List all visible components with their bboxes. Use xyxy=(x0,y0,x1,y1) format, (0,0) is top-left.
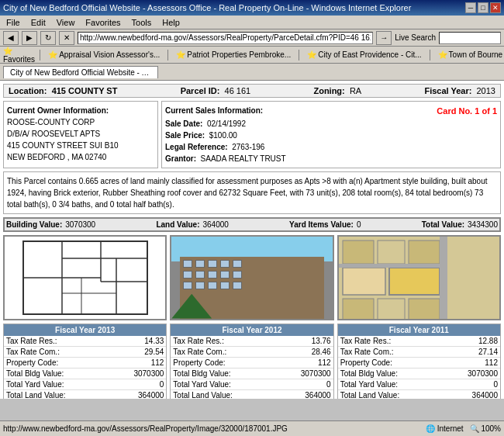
fiscal-table-2011: Fiscal Year 2011 Tax Rate Res.:12.88 Tax… xyxy=(337,324,501,400)
fav-appraisal[interactable]: ⭐ Appraisal Vision Assessor's... xyxy=(45,50,163,60)
table-row: Total Yard Value:0 xyxy=(4,379,166,389)
favorites-label: ⭐ Favorites xyxy=(3,47,35,64)
fiscal-2012-table: Tax Rate Res.:13.76 Tax Rate Com.:28.46 … xyxy=(171,336,333,400)
owner-address2: NEW BEDFORD , MA 02740 xyxy=(7,151,154,163)
map-image[interactable] xyxy=(337,235,501,320)
fiscal-2011-header: Fiscal Year 2011 xyxy=(338,324,500,336)
info-grid: Current Owner Information: ROOSE-COUNTY … xyxy=(3,101,501,168)
maximize-button[interactable]: □ xyxy=(478,2,488,13)
table-row: Tax Rate Com.:29.54 xyxy=(4,346,166,357)
table-row: Property Code:112 xyxy=(171,357,333,368)
land-value: Land Value: 364000 xyxy=(156,220,229,229)
status-bar: http://www.newbedford-ma.gov/Assessors/R… xyxy=(0,420,504,436)
stop-button[interactable]: ✕ xyxy=(59,31,74,45)
search-input[interactable] xyxy=(439,32,501,44)
tab-bar: City of New Bedford Official Website - A… xyxy=(0,64,504,81)
sales-box: Current Sales Information: Card No. 1 of… xyxy=(161,101,501,168)
status-right: 🌐 Internet 🔍 100% xyxy=(426,424,501,433)
fiscal-2011-table: Tax Rate Res.:12.88 Tax Rate Com.:27.14 … xyxy=(338,336,500,400)
menu-tools[interactable]: Tools xyxy=(127,17,157,28)
fiscal-table-2012: Fiscal Year 2012 Tax Rate Res.:13.76 Tax… xyxy=(170,324,333,400)
owner-box: Current Owner Information: ROOSE-COUNTY … xyxy=(3,101,158,168)
tab-main[interactable]: City of New Bedford Official Website - A… xyxy=(3,66,158,78)
menu-view[interactable]: View xyxy=(52,17,80,28)
table-row: Tax Rate Com.:28.46 xyxy=(171,346,333,357)
table-row: Tax Rate Com.:27.14 xyxy=(338,346,500,357)
building-photo[interactable] xyxy=(170,235,333,320)
owner-name: ROOSE-COUNTY CORP xyxy=(7,116,154,128)
zoom-level: 🔍 100% xyxy=(470,424,501,433)
table-row: Property Code:112 xyxy=(4,357,166,368)
fav-patriot[interactable]: ⭐ Patriot Properties Pembroke... xyxy=(173,50,294,60)
menu-favorites[interactable]: Favorites xyxy=(81,17,125,28)
fiscal-tables: Fiscal Year 2013 Tax Rate Res.:14.33 Tax… xyxy=(3,324,501,400)
owner-address1: 415 COUNTY STREET SUI B10 xyxy=(7,140,154,151)
table-row: Total Yard Value:0 xyxy=(171,379,333,389)
location-bar: Location: 415 COUNTY ST Parcel ID: 46 16… xyxy=(3,84,501,98)
fav-eastprovidence[interactable]: ⭐ City of East Providence - Cit... xyxy=(304,50,424,60)
title-bar: City of New Bedford Official Website - A… xyxy=(0,0,504,16)
owner-title: Current Owner Information: xyxy=(7,105,154,116)
table-row: Total Bldg Value:3070300 xyxy=(171,368,333,379)
map-svg xyxy=(339,237,499,319)
address-bar: ◀ ▶ ↻ ✕ → Live Search xyxy=(0,29,504,47)
fiscal-2013-header: Fiscal Year 2013 xyxy=(4,324,166,336)
table-row: Tax Rate Res.:12.88 xyxy=(338,336,500,347)
minimize-button[interactable]: ─ xyxy=(465,2,476,13)
fav-bourne[interactable]: ⭐ Town of Bourne Assessor's... xyxy=(435,50,504,60)
status-url: http://www.newbedford-ma.gov/Assessors/R… xyxy=(3,424,288,433)
owner-dba: D/B/A/ ROOSEVELT APTS xyxy=(7,128,154,140)
grantor: Grantor: SAADA REALTY TRUST xyxy=(165,153,497,164)
favorites-bar: ⭐ Favorites ⭐ Appraisal Vision Assessor'… xyxy=(0,47,504,64)
table-row: Total Yard Value:0 xyxy=(338,379,500,389)
sale-price: Sale Price: $100.00 xyxy=(165,130,497,141)
svg-rect-17 xyxy=(389,268,440,295)
window-controls: ─ □ ✕ xyxy=(465,2,501,13)
card-number: Card No. 1 of 1 xyxy=(437,105,497,118)
total-value: Total Value: 3434300 xyxy=(422,220,498,229)
window-title: City of New Bedford Official Website - A… xyxy=(3,3,411,12)
svg-rect-11 xyxy=(409,240,440,264)
svg-rect-18 xyxy=(339,264,447,268)
menu-bar: File Edit View Favorites Tools Help xyxy=(0,16,504,29)
address-input[interactable] xyxy=(78,32,373,44)
floor-plan-svg xyxy=(16,235,155,320)
menu-help[interactable]: Help xyxy=(157,17,185,28)
refresh-button[interactable]: ↻ xyxy=(40,31,56,45)
table-row: Total Bldg Value:3070300 xyxy=(4,368,166,379)
sales-title: Current Sales Information: xyxy=(165,105,263,118)
svg-rect-9 xyxy=(343,240,374,264)
svg-rect-15 xyxy=(378,299,405,319)
fiscal-table-2013: Fiscal Year 2013 Tax Rate Res.:14.33 Tax… xyxy=(3,324,167,400)
table-row: Total Land Value:364000 xyxy=(171,389,333,399)
fiscal-2013-table: Tax Rate Res.:14.33 Tax Rate Com.:29.54 … xyxy=(4,336,166,400)
floor-plan-image[interactable] xyxy=(3,235,167,320)
table-row: Tax Rate Res.:14.33 xyxy=(4,336,166,347)
building-value: Building Value: 3070300 xyxy=(6,220,95,229)
svg-rect-16 xyxy=(409,299,440,319)
menu-file[interactable]: File xyxy=(2,17,25,28)
security-zone: 🌐 Internet xyxy=(426,424,464,433)
search-label: Live Search xyxy=(395,33,436,42)
table-row: Total Land Value:364000 xyxy=(4,389,166,399)
zoning-info: Zoning: RA xyxy=(313,86,361,95)
close-button[interactable]: ✕ xyxy=(490,2,501,13)
fiscal-info: Fiscal Year: 2013 xyxy=(424,86,495,95)
table-row: Total Bldg Value:3070300 xyxy=(338,368,500,379)
table-row: Property Code:112 xyxy=(338,357,500,368)
back-button[interactable]: ◀ xyxy=(3,31,19,45)
value-bar: Building Value: 3070300 Land Value: 3640… xyxy=(3,217,501,232)
images-row xyxy=(3,235,501,320)
legal-ref: Legal Reference: 2763-196 xyxy=(165,141,497,153)
location-label: Location: 415 COUNTY ST xyxy=(9,86,117,95)
go-button[interactable]: → xyxy=(376,31,392,45)
svg-rect-14 xyxy=(343,299,374,319)
fiscal-2012-header: Fiscal Year 2012 xyxy=(171,324,333,336)
menu-edit[interactable]: Edit xyxy=(26,17,50,28)
yard-value: Yard Items Value: 0 xyxy=(289,220,361,229)
svg-rect-10 xyxy=(378,240,405,264)
description-box: This Parcel contains 0.665 acres of land… xyxy=(3,171,501,214)
sale-date: Sale Date: 02/14/1992 xyxy=(165,118,497,130)
forward-button[interactable]: ▶ xyxy=(22,31,37,45)
browser-content: Location: 415 COUNTY ST Parcel ID: 46 16… xyxy=(0,81,504,399)
